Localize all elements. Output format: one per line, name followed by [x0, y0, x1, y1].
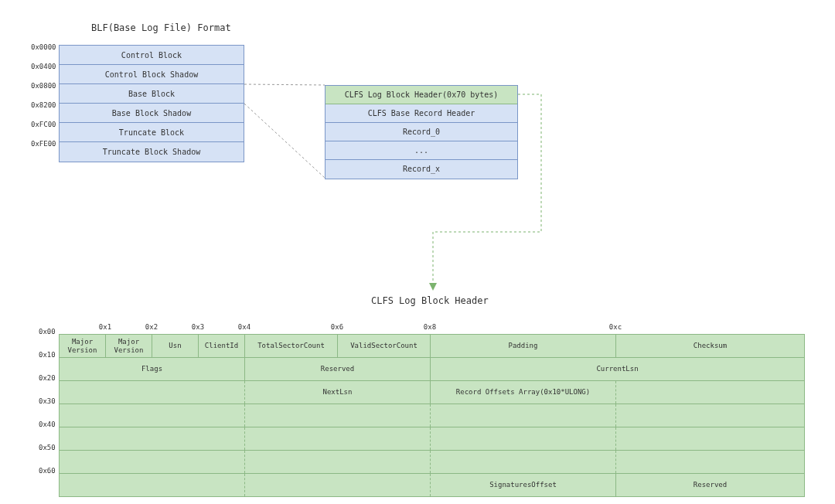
field-cont [431, 451, 616, 473]
field-cont [245, 404, 431, 427]
offset-label: 0x8200 [31, 101, 56, 109]
header-row: SignaturesOffset Reserved [60, 474, 804, 497]
blf-row: Base Block Shadow [60, 104, 244, 123]
offset-label: 0x0000 [31, 43, 56, 51]
row-offset: 0x30 [39, 397, 56, 405]
field-cont [616, 451, 804, 473]
field-cont [431, 427, 616, 450]
detail-table: CLFS Log Block Header(0x70 bytes) CLFS B… [325, 85, 518, 179]
header-row: Flags Reserved CurrentLsn [60, 358, 804, 381]
offset-label: 0xFC00 [31, 121, 56, 128]
field-reserved: Reserved [245, 358, 431, 380]
offset-label: 0xFE00 [31, 140, 56, 148]
blf-table: Control Block Control Block Shadow Base … [59, 45, 244, 162]
field-record-offsets-cont [616, 381, 804, 404]
field-cont [431, 404, 616, 427]
field-padding: Padding [431, 335, 616, 357]
field-clientid: ClientId [199, 335, 245, 357]
tick-label: 0x6 [331, 323, 343, 331]
field-reserved2: Reserved [616, 474, 804, 496]
header-row [60, 404, 804, 427]
field-major-version: Major Version [106, 335, 152, 357]
field-cont [616, 427, 804, 450]
field-major-version: Major Version [60, 335, 106, 357]
header-row [60, 427, 804, 451]
svg-line-0 [244, 84, 325, 85]
row-offset: 0x40 [39, 421, 56, 428]
tick-label: 0x1 [99, 323, 111, 331]
field-signatures-offset: SignaturesOffset [431, 474, 616, 496]
tick-label: 0x8 [424, 323, 436, 331]
header-row [60, 451, 804, 474]
row-offset: 0x10 [39, 351, 56, 359]
field-total-sector-count: TotalSectorCount [245, 335, 338, 357]
field-usn: Usn [152, 335, 199, 357]
blf-row: Truncate Block [60, 123, 244, 142]
tick-label: 0xc [609, 323, 622, 331]
header-title: CLFS Log Block Header [371, 295, 489, 306]
blf-row: Truncate Block Shadow [60, 142, 244, 162]
field-next-lsn: NextLsn [245, 381, 431, 404]
header-grid: Major Version Major Version Usn ClientId… [59, 334, 805, 497]
detail-row-header: CLFS Log Block Header(0x70 bytes) [325, 86, 517, 104]
offset-label: 0x0800 [31, 82, 56, 90]
blf-row: Base Block [60, 84, 244, 104]
header-struct: 0x1 0x2 0x3 0x4 0x6 0x8 0xc Major Versio… [59, 323, 805, 497]
field-cont [60, 474, 245, 496]
detail-row: Record_0 [325, 123, 517, 141]
row-offset: 0x00 [39, 328, 56, 335]
blf-row: Control Block [60, 46, 244, 65]
tick-label: 0x4 [238, 323, 250, 331]
field-cont [245, 451, 431, 473]
field-cont [245, 474, 431, 496]
field-valid-sector-count: ValidSectorCount [338, 335, 431, 357]
tick-label: 0x3 [192, 323, 204, 331]
offset-label: 0x0400 [31, 63, 56, 70]
header-ticks: 0x1 0x2 0x3 0x4 0x6 0x8 0xc [59, 323, 805, 334]
tick-label: 0x2 [145, 323, 158, 331]
field-cont [245, 427, 431, 450]
header-row: Major Version Major Version Usn ClientId… [60, 335, 804, 358]
row-offset: 0x20 [39, 374, 56, 382]
field-next-lsn-part [60, 381, 245, 404]
field-flags: Flags [60, 358, 245, 380]
field-cont [60, 451, 245, 473]
field-cont [60, 404, 245, 427]
field-checksum: Checksum [616, 335, 804, 357]
field-record-offsets: Record Offsets Array(0x10*ULONG) [431, 381, 616, 404]
row-offset: 0x50 [39, 444, 56, 451]
svg-marker-2 [429, 283, 437, 291]
field-current-lsn: CurrentLsn [431, 358, 804, 380]
detail-row: ... [325, 141, 517, 160]
blf-title: BLF(Base Log File) Format [91, 22, 231, 33]
detail-row: Record_x [325, 160, 517, 179]
field-cont [616, 404, 804, 427]
header-row: NextLsn Record Offsets Array(0x10*ULONG) [60, 381, 804, 404]
svg-line-1 [244, 104, 325, 178]
blf-row: Control Block Shadow [60, 65, 244, 84]
row-offset: 0x60 [39, 467, 56, 475]
field-cont [60, 427, 245, 450]
detail-row: CLFS Base Record Header [325, 104, 517, 123]
